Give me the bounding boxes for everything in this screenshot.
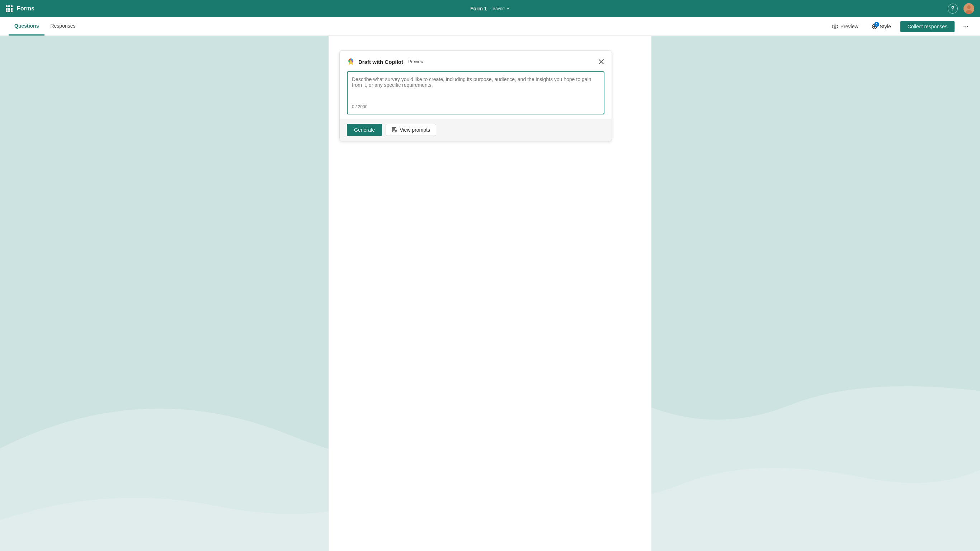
- svg-rect-10: [393, 130, 395, 131]
- copilot-dialog: Draft with Copilot Preview 0 / 2000 Gene…: [339, 50, 612, 141]
- saved-badge[interactable]: - Saved: [490, 6, 510, 11]
- help-icon[interactable]: ?: [948, 3, 958, 14]
- tabbar-right: Preview 0 Style Collect responses ···: [828, 21, 971, 32]
- char-count: 0 / 2000: [352, 104, 600, 110]
- copilot-preview-badge: Preview: [408, 59, 424, 64]
- avatar[interactable]: [964, 3, 974, 14]
- copilot-title: Draft with Copilot: [358, 59, 403, 65]
- close-icon: [599, 59, 604, 64]
- tab-responses[interactable]: Responses: [45, 17, 81, 35]
- view-prompts-icon: [392, 127, 398, 133]
- svg-rect-9: [393, 129, 395, 129]
- generate-button[interactable]: Generate: [347, 124, 382, 136]
- avatar-image: [964, 3, 974, 14]
- topbar: Forms Form 1 - Saved ?: [0, 0, 980, 17]
- tab-items: Questions Responses: [9, 17, 81, 35]
- preview-button[interactable]: Preview: [828, 21, 862, 32]
- copilot-logo: [347, 58, 355, 66]
- app-grid-icon[interactable]: [6, 5, 13, 12]
- app-name: Forms: [17, 5, 35, 12]
- tab-questions[interactable]: Questions: [9, 17, 45, 35]
- preview-icon: [832, 23, 838, 30]
- content-card: Draft with Copilot Preview 0 / 2000 Gene…: [329, 36, 651, 551]
- copilot-textarea[interactable]: [352, 76, 600, 102]
- main-content: Draft with Copilot Preview 0 / 2000 Gene…: [0, 36, 980, 551]
- svg-rect-11: [395, 130, 397, 132]
- style-badge: 0: [874, 22, 879, 27]
- style-button[interactable]: 0 Style: [868, 21, 895, 32]
- copilot-textarea-wrap[interactable]: 0 / 2000: [347, 72, 605, 115]
- saved-label: - Saved: [490, 6, 505, 11]
- copilot-actions: Generate View prompts: [340, 119, 612, 141]
- more-icon: ···: [963, 22, 969, 30]
- topbar-right: ?: [948, 3, 974, 14]
- svg-point-1: [967, 5, 970, 9]
- copilot-header-left: Draft with Copilot Preview: [347, 58, 424, 66]
- more-options-button[interactable]: ···: [960, 21, 971, 32]
- copilot-header: Draft with Copilot Preview: [347, 58, 605, 66]
- chevron-down-icon: [506, 7, 510, 10]
- svg-point-3: [832, 25, 838, 28]
- view-prompts-button[interactable]: View prompts: [386, 124, 436, 136]
- form-title[interactable]: Form 1: [470, 6, 487, 11]
- topbar-center: Form 1 - Saved: [470, 6, 510, 11]
- collect-responses-button[interactable]: Collect responses: [900, 21, 955, 32]
- svg-rect-8: [393, 128, 395, 129]
- svg-point-4: [834, 25, 836, 27]
- tabbar: Questions Responses Preview 0 Style Coll…: [0, 17, 980, 36]
- close-button[interactable]: [598, 59, 605, 65]
